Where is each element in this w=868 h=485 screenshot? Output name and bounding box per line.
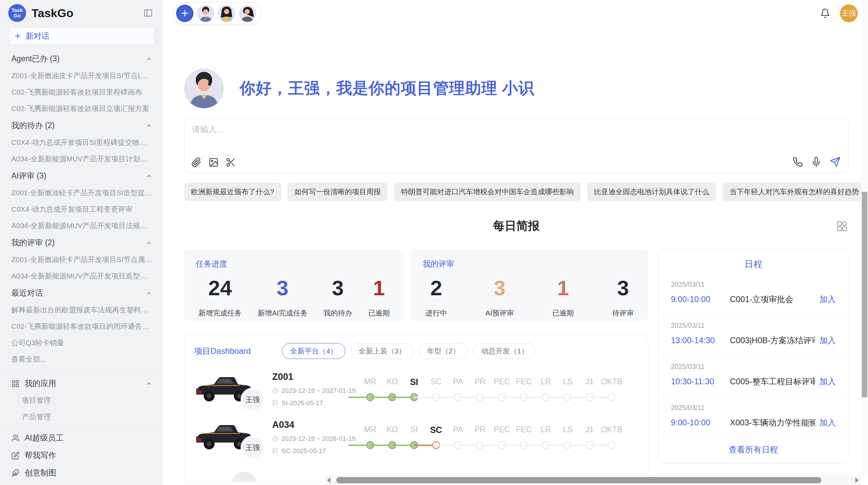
sidebar-list-item[interactable]: C02-飞腾新能源轻客改款项目里程碑画布 xyxy=(0,84,162,100)
suggestion-chip[interactable]: 当下年轻人对汽车外观有怎样的喜好趋势 xyxy=(723,183,866,201)
event-time: 9:00-10:00 xyxy=(671,418,730,427)
sidebar-item-creative-draw[interactable]: 创意制图 xyxy=(0,464,162,482)
stat-label: AI预评审 xyxy=(485,308,514,318)
chevron-up-icon[interactable] xyxy=(145,239,152,246)
sidebar-section-header[interactable]: Agent已办 (3) xyxy=(0,50,162,67)
member-avatar-1[interactable] xyxy=(197,5,214,22)
dashboard-filter[interactable]: 全新平台（4） xyxy=(282,343,345,359)
sidebar-list-item[interactable]: C0X4-动力总成开发项目工程变更评审 xyxy=(0,201,162,217)
chevron-up-icon[interactable] xyxy=(145,380,152,387)
new-chat-button[interactable]: 新对话 xyxy=(8,27,154,45)
milestone-label: KO xyxy=(386,377,398,386)
layout-grid-icon[interactable] xyxy=(836,220,848,232)
project-milestone-date: SC-2025-05-17 xyxy=(281,447,326,455)
horizontal-scrollbar[interactable] xyxy=(325,475,861,485)
bell-icon[interactable] xyxy=(820,8,830,18)
project-info: Z001 2023-12-19 ~ 2027-01-19 xyxy=(272,372,357,407)
event-time: 9:00-10:00 xyxy=(671,295,730,304)
sidebar-collapse-icon[interactable] xyxy=(143,8,153,18)
chevron-up-icon[interactable] xyxy=(145,290,152,297)
section-label: AI评审 (3) xyxy=(11,171,46,181)
edit-icon xyxy=(11,451,20,460)
sidebar-list-item[interactable]: C02-飞腾新能源轻客改款项目的闭环通告反馈情况 xyxy=(0,318,162,335)
sidebar-list-item[interactable]: A034-全新新能源MUV产品开发项目造型可行性评审 xyxy=(0,268,162,284)
milestone-dot-cell xyxy=(601,441,623,449)
project-row[interactable]: 王强 A034 2023-12-19 ~ 2026-01 xyxy=(194,419,638,455)
milestone-label-cell: LS xyxy=(557,377,579,387)
event-title: C005-整车工程目标评审 xyxy=(730,376,815,387)
milestone-label-cell: SC xyxy=(425,425,447,435)
vertical-scrollbar[interactable] xyxy=(861,0,868,475)
sidebar-list-item[interactable]: C0X4-动力总成开发项目SI里程碑提交物检查 xyxy=(0,134,162,151)
suggestion-chip[interactable]: 特朗普可能对进口汽车增税会对中国车企造成哪些影响 xyxy=(394,183,581,201)
send-icon[interactable] xyxy=(830,157,841,167)
sidebar-item-my-apps[interactable]: 我的应用 xyxy=(0,375,162,392)
scroll-left-arrow-icon[interactable] xyxy=(327,477,330,483)
section-label: 我的评审 (2) xyxy=(11,237,55,248)
join-button[interactable]: 加入 xyxy=(819,294,836,305)
image-icon[interactable] xyxy=(208,157,219,167)
project-dashboard-card: 项目Dashboard 全新平台（4） 全新上装（3） 年型（2） xyxy=(184,335,648,482)
chevron-up-icon[interactable] xyxy=(145,122,152,129)
suggestion-chip[interactable]: 欧洲新规最近颁布了什么? xyxy=(184,183,281,201)
suggestion-chip[interactable]: 比亚迪全固态电池计划具体说了什么 xyxy=(587,183,716,201)
sidebar-section-header[interactable]: 我的待办 (2) xyxy=(0,117,162,134)
paperclip-icon[interactable] xyxy=(191,157,202,167)
sidebar-list-item[interactable]: Z001-全新燃油轻卡产品开发项目SI节点属性5D文件评审 xyxy=(0,251,162,268)
sidebar-section-header[interactable]: 我的评审 (2) xyxy=(0,234,162,251)
project-row[interactable]: 王强 Z001 2023-12-19 ~ 2027-01 xyxy=(194,371,638,407)
horizontal-scroll-track[interactable] xyxy=(333,477,853,483)
horizontal-scroll-thumb[interactable] xyxy=(336,477,821,483)
chevron-up-icon[interactable] xyxy=(145,55,152,62)
sidebar-list-item[interactable]: 解释最新出台的欧盟报废车法规再生塑料比例被调至15%... xyxy=(0,302,162,318)
new-chat-label: 新对话 xyxy=(26,31,49,41)
sidebar-section-header[interactable]: 最近对话 xyxy=(0,284,162,302)
stat-value: 3 xyxy=(277,277,288,299)
add-member-button[interactable]: + xyxy=(176,5,193,22)
stat-value: 1 xyxy=(373,277,385,299)
vertical-scroll-thumb[interactable] xyxy=(862,192,867,397)
dashboard-filter[interactable]: 全新上装（3） xyxy=(351,343,414,359)
sidebar-divider xyxy=(0,371,162,371)
chat-input[interactable] xyxy=(191,124,841,135)
microphone-icon[interactable] xyxy=(811,157,821,167)
phone-icon[interactable] xyxy=(793,157,803,167)
sidebar-list-item[interactable]: A034-全新新能源MUV产品开发项目计划变更表编写 xyxy=(0,151,162,167)
suggestion-chip[interactable]: 如何写一份清晰的项目周报 xyxy=(288,183,388,201)
dashboard-filter[interactable]: 年型（2） xyxy=(419,343,468,359)
sidebar-item-ai-employee[interactable]: AI超级员工 xyxy=(0,429,162,447)
sidebar-list-item[interactable]: A034-全新新能源MUV产品开发项目法规符合性评审 xyxy=(0,217,162,234)
member-avatar-3[interactable] xyxy=(239,5,256,22)
sidebar-list-item[interactable]: Z001-全新燃油轻卡产品开发项目SI造型提交物评审 xyxy=(0,185,162,201)
stat-label: 我的待办 xyxy=(324,308,352,318)
milestone-dot[interactable] xyxy=(608,393,616,401)
project-rows: 王强 Z001 2023-12-19 ~ 2027-01 xyxy=(194,371,638,455)
sidebar-list-item[interactable]: C02-飞腾新能源轻客改款项目立项汇报方案 xyxy=(0,100,162,117)
chevron-up-icon[interactable] xyxy=(145,173,152,179)
project-dates: 2023-12-19 ~ 2026-01-19 xyxy=(272,435,357,443)
scissors-icon[interactable] xyxy=(226,157,236,167)
sidebar-list-item[interactable]: 公司Q3轻卡销量 xyxy=(0,335,162,351)
milestone-label: OKTB xyxy=(601,377,623,386)
stat: 1 已逾期 xyxy=(368,277,390,318)
milestone-label-cell: PEC xyxy=(491,425,513,435)
app-sub-item[interactable]: 产品管理 xyxy=(0,409,162,425)
sidebar-list-item[interactable]: 查看全部... xyxy=(0,351,162,368)
member-avatar-2[interactable] xyxy=(218,5,235,22)
sidebar-list-item[interactable]: Z001-全新燃油皮卡产品开发项目SI节点Lesson Learn报告 xyxy=(0,67,162,84)
dashboard-filter[interactable]: 动总开发（1） xyxy=(473,343,536,359)
app-window: Task Go TaskGo 新对话 Agent已办 (3) xyxy=(0,0,868,485)
view-all-schedule-link[interactable]: 查看所有日程 xyxy=(659,437,848,463)
join-button[interactable]: 加入 xyxy=(819,417,836,428)
sidebar-item-help-write[interactable]: 帮我写作 xyxy=(0,447,162,464)
scroll-right-arrow-icon[interactable] xyxy=(855,477,859,483)
project-date-range: 2023-12-19 ~ 2026-01-19 xyxy=(281,435,355,443)
join-button[interactable]: 加入 xyxy=(819,335,836,346)
join-button[interactable]: 加入 xyxy=(819,376,836,387)
milestone-label-cell: PR xyxy=(469,425,491,435)
sidebar-section: 我的待办 (2) C0X4-动力总成开发项目SI里程碑提交物检查 A034-全新… xyxy=(0,117,162,167)
milestone-dot[interactable] xyxy=(608,441,616,449)
user-avatar[interactable]: 王强 xyxy=(840,4,858,22)
app-sub-item[interactable]: 项目管理 xyxy=(0,392,162,409)
sidebar-section-header[interactable]: AI评审 (3) xyxy=(0,167,162,185)
